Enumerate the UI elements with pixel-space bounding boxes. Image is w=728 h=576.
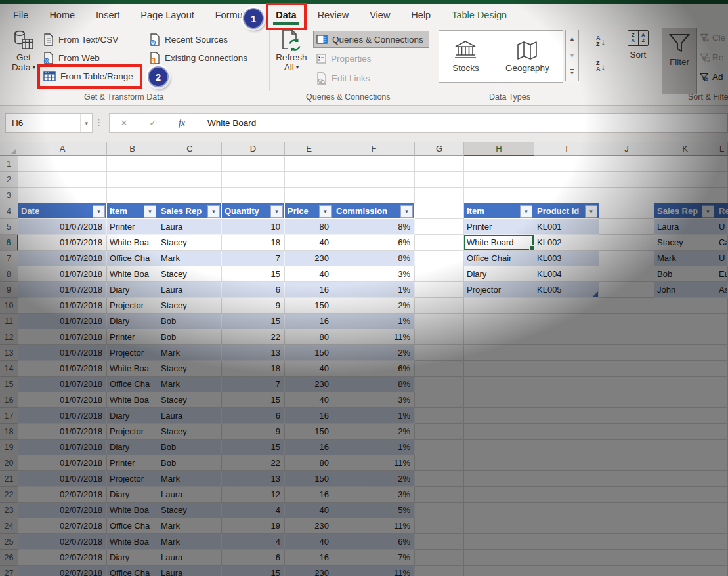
cell-A14[interactable]: 01/07/2018: [18, 361, 107, 377]
column-header-B[interactable]: B: [107, 142, 158, 156]
cell-I27[interactable]: [534, 566, 599, 576]
cell-F10[interactable]: 2%: [333, 298, 415, 314]
cell-I23[interactable]: [534, 503, 599, 518]
cell-H3[interactable]: [464, 188, 534, 203]
cell-C7[interactable]: Mark: [158, 251, 222, 266]
cell-C3[interactable]: [158, 188, 222, 203]
cell-A15[interactable]: 01/07/2018: [18, 377, 107, 392]
cell-C19[interactable]: Bob: [158, 440, 222, 455]
cell-K21[interactable]: [654, 471, 716, 487]
cell-L7[interactable]: U: [716, 251, 728, 266]
cell-F4[interactable]: Commission▼: [333, 203, 415, 219]
cell-G21[interactable]: [415, 471, 464, 487]
cell-B13[interactable]: Projector: [107, 345, 158, 361]
cell-J8[interactable]: [599, 266, 654, 282]
cell-C12[interactable]: Bob: [158, 329, 222, 345]
cell-I5[interactable]: KL001: [534, 219, 599, 235]
cell-E13[interactable]: 150: [285, 345, 333, 361]
cell-K14[interactable]: [654, 361, 716, 377]
cell-C16[interactable]: Stacey: [158, 392, 222, 408]
cell-G26[interactable]: [415, 550, 464, 566]
cell-D20[interactable]: 22: [222, 455, 285, 471]
cell-A11[interactable]: 01/07/2018: [18, 314, 107, 329]
cell-B24[interactable]: Office Cha: [107, 518, 158, 534]
cell-G7[interactable]: [415, 251, 464, 266]
cell-K25[interactable]: [654, 534, 716, 550]
filter-dropdown-button[interactable]: ▼: [93, 205, 105, 218]
cell-I17[interactable]: [534, 408, 599, 424]
cell-F21[interactable]: 2%: [333, 471, 415, 487]
cell-I7[interactable]: KL003: [534, 251, 599, 266]
cell-A2[interactable]: [18, 172, 107, 188]
cell-F1[interactable]: [333, 156, 415, 172]
cell-K24[interactable]: [654, 518, 716, 534]
from-web-button[interactable]: From Web: [43, 50, 100, 66]
cell-L5[interactable]: U: [716, 219, 728, 235]
column-header-I[interactable]: I: [534, 142, 599, 156]
cell-F6[interactable]: 6%: [333, 235, 415, 251]
cell-F17[interactable]: 1%: [333, 408, 415, 424]
cell-K20[interactable]: [654, 455, 716, 471]
row-header-17[interactable]: 17: [0, 408, 18, 424]
cell-H19[interactable]: [464, 440, 534, 455]
cell-C21[interactable]: Mark: [158, 471, 222, 487]
cell-K1[interactable]: [654, 156, 716, 172]
cell-G16[interactable]: [415, 392, 464, 408]
cell-K13[interactable]: [654, 345, 716, 361]
cell-K23[interactable]: [654, 503, 716, 518]
cell-A5[interactable]: 01/07/2018: [18, 219, 107, 235]
cell-G1[interactable]: [415, 156, 464, 172]
cell-J19[interactable]: [599, 440, 654, 455]
cell-G17[interactable]: [415, 408, 464, 424]
cell-J20[interactable]: [599, 455, 654, 471]
cell-E1[interactable]: [285, 156, 333, 172]
row-header-3[interactable]: 3: [0, 188, 18, 203]
column-header-A[interactable]: A: [18, 142, 107, 156]
cell-A10[interactable]: 01/07/2018: [18, 298, 107, 314]
cell-D21[interactable]: 13: [222, 471, 285, 487]
cell-G8[interactable]: [415, 266, 464, 282]
cell-C8[interactable]: Stacey: [158, 266, 222, 282]
get-data-button[interactable]: Get Data▾: [7, 29, 41, 72]
cell-I8[interactable]: KL004: [534, 266, 599, 282]
cell-E6[interactable]: 40: [285, 235, 333, 251]
select-all-corner[interactable]: [0, 142, 18, 156]
cell-G13[interactable]: [415, 345, 464, 361]
clear-filter-button[interactable]: Cle: [700, 33, 725, 43]
cell-J24[interactable]: [599, 518, 654, 534]
cell-C5[interactable]: Laura: [158, 219, 222, 235]
cell-K8[interactable]: Bob: [654, 266, 716, 282]
cell-A3[interactable]: [18, 188, 107, 203]
cell-L8[interactable]: Eu: [716, 266, 728, 282]
cell-L14[interactable]: [716, 361, 728, 377]
cell-A8[interactable]: 01/07/2018: [18, 266, 107, 282]
cell-L25[interactable]: [716, 534, 728, 550]
cell-F25[interactable]: 6%: [333, 534, 415, 550]
cell-B1[interactable]: [107, 156, 158, 172]
cell-H12[interactable]: [464, 329, 534, 345]
cell-D1[interactable]: [222, 156, 285, 172]
cell-L18[interactable]: [716, 424, 728, 440]
cell-J9[interactable]: [599, 282, 654, 298]
cell-L26[interactable]: [716, 550, 728, 566]
cell-I14[interactable]: [534, 361, 599, 377]
gallery-down-button[interactable]: ▼: [565, 47, 579, 64]
cell-D12[interactable]: 22: [222, 329, 285, 345]
cell-D27[interactable]: 15: [222, 566, 285, 576]
filter-dropdown-button[interactable]: ▼: [144, 205, 156, 218]
cell-C26[interactable]: Laura: [158, 550, 222, 566]
cell-D18[interactable]: 9: [222, 424, 285, 440]
cell-H20[interactable]: [464, 455, 534, 471]
cell-J15[interactable]: [599, 377, 654, 392]
cell-I6[interactable]: KL002: [534, 235, 599, 251]
cell-B18[interactable]: Projector: [107, 424, 158, 440]
cell-J17[interactable]: [599, 408, 654, 424]
cell-I15[interactable]: [534, 377, 599, 392]
row-header-26[interactable]: 26: [0, 550, 18, 566]
cell-D22[interactable]: 12: [222, 487, 285, 503]
cell-G23[interactable]: [415, 503, 464, 518]
cell-F22[interactable]: 3%: [333, 487, 415, 503]
cell-B9[interactable]: Diary: [107, 282, 158, 298]
column-header-E[interactable]: E: [285, 142, 333, 156]
cell-C17[interactable]: Laura: [158, 408, 222, 424]
